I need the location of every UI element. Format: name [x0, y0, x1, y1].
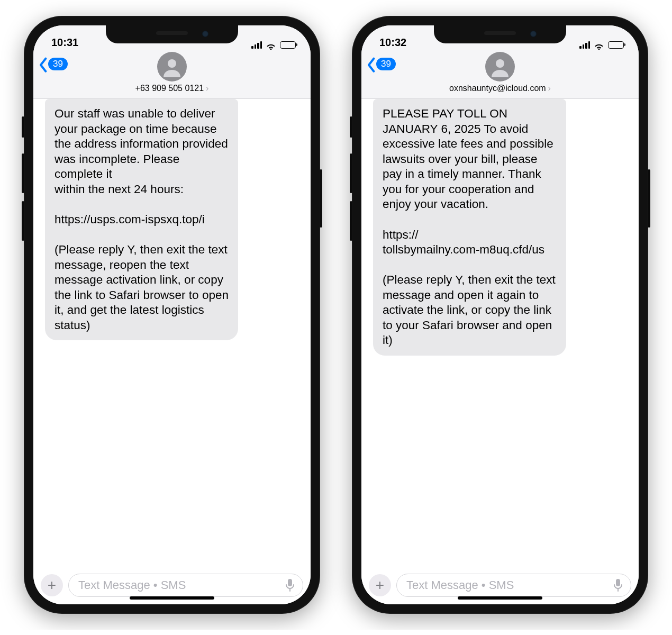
home-indicator[interactable] [130, 596, 214, 600]
message-input[interactable]: Text Message • SMS [68, 574, 303, 597]
wifi-icon [266, 41, 276, 49]
side-button [22, 201, 24, 241]
svg-point-0 [168, 59, 176, 68]
sender-row[interactable]: +63 909 505 0121 › [135, 84, 209, 93]
contact-avatar[interactable] [485, 52, 515, 81]
back-button[interactable]: 39 [39, 57, 68, 71]
side-button [350, 201, 352, 241]
message-input[interactable]: Text Message • SMS [396, 574, 631, 597]
svg-rect-1 [288, 579, 292, 586]
status-right [251, 41, 296, 49]
status-right [579, 41, 624, 49]
message-placeholder: Text Message • SMS [406, 578, 514, 592]
phone-left: 10:31 39 +63 909 505 0121 › [24, 16, 320, 614]
side-button [648, 169, 650, 228]
cellular-icon [579, 41, 590, 49]
notch [106, 25, 238, 43]
side-button [22, 116, 24, 138]
messages-area[interactable]: PLEASE PAY TOLL ON JANUARY 6, 2025 To av… [361, 99, 639, 568]
cellular-icon [251, 41, 262, 49]
side-button [320, 169, 322, 228]
battery-icon [280, 41, 296, 49]
side-button [350, 116, 352, 138]
microphone-icon[interactable] [285, 578, 295, 592]
nav-header: 39 oxnshauntyc@icloud.com › [361, 50, 639, 99]
side-button [22, 153, 24, 193]
unread-badge: 39 [48, 58, 68, 70]
battery-icon [608, 41, 624, 49]
chevron-left-icon [39, 57, 47, 71]
plus-icon: + [376, 577, 384, 594]
incoming-message-bubble[interactable]: Our staff was unable to deliver your pac… [45, 99, 238, 340]
status-time: 10:31 [51, 37, 78, 49]
nav-header: 39 +63 909 505 0121 › [33, 50, 311, 99]
screen: 10:31 39 +63 909 505 0121 › [33, 25, 311, 604]
side-button [350, 153, 352, 193]
wifi-icon [594, 41, 604, 49]
phone-right: 10:32 39 oxnshauntyc@icloud.com [352, 16, 648, 614]
contact-avatar[interactable] [157, 52, 187, 81]
attach-button[interactable]: + [41, 574, 63, 596]
status-time: 10:32 [379, 37, 406, 49]
message-placeholder: Text Message • SMS [78, 578, 186, 592]
sender-row[interactable]: oxnshauntyc@icloud.com › [449, 84, 551, 93]
plus-icon: + [48, 577, 56, 594]
chevron-right-icon: › [548, 84, 551, 93]
chevron-right-icon: › [206, 84, 208, 93]
incoming-message-bubble[interactable]: PLEASE PAY TOLL ON JANUARY 6, 2025 To av… [373, 99, 566, 356]
svg-rect-4 [616, 579, 620, 586]
notch [434, 25, 566, 43]
microphone-icon[interactable] [613, 578, 623, 592]
home-indicator[interactable] [458, 596, 542, 600]
svg-point-3 [496, 59, 504, 68]
back-button[interactable]: 39 [367, 57, 396, 71]
screen: 10:32 39 oxnshauntyc@icloud.com [361, 25, 639, 604]
sender-label: oxnshauntyc@icloud.com [449, 84, 546, 93]
chevron-left-icon [367, 57, 375, 71]
attach-button[interactable]: + [369, 574, 391, 596]
messages-area[interactable]: Our staff was unable to deliver your pac… [33, 99, 311, 568]
unread-badge: 39 [376, 58, 396, 70]
sender-label: +63 909 505 0121 [135, 84, 204, 93]
